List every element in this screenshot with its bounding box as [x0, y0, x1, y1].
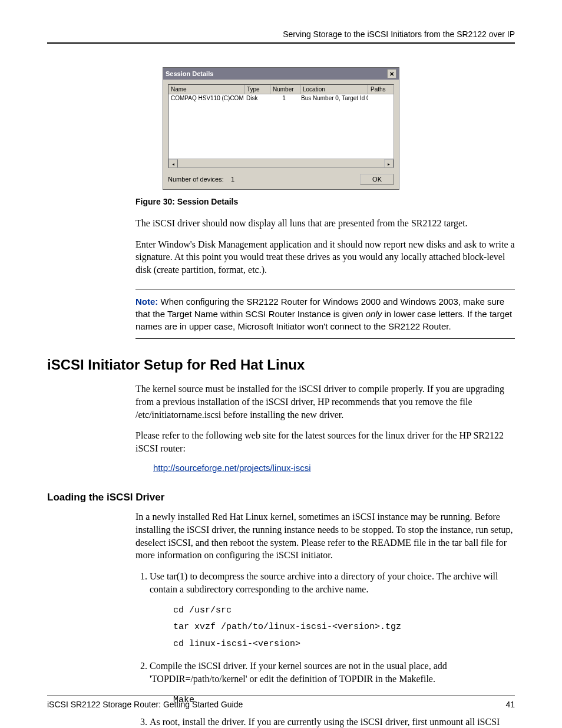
- body-paragraph: The kernel source must be installed for …: [135, 383, 515, 421]
- note-italic: only: [366, 309, 382, 319]
- body-paragraph: The iSCSI driver should now display all …: [135, 217, 515, 230]
- step-text: Use tar(1) to decompress the source arch…: [150, 571, 498, 594]
- note-box: Note: When configuring the SR2122 Router…: [135, 289, 515, 339]
- sourceforge-link[interactable]: http://sourceforge.net/projects/linux-is…: [153, 463, 311, 473]
- scroll-left-icon[interactable]: ◂: [168, 159, 178, 168]
- body-paragraph: In a newly installed Red Hat Linux kerne…: [135, 510, 515, 561]
- figure-caption: Figure 30: Session Details: [135, 197, 515, 206]
- page-footer: iSCSI SR2122 Storage Router: Getting Sta…: [47, 696, 515, 709]
- device-count-value: 1: [231, 176, 234, 183]
- cell-number: 1: [269, 94, 299, 102]
- heading-2: Loading the iSCSI Driver: [47, 492, 515, 503]
- col-number[interactable]: Number: [270, 85, 300, 94]
- table-row[interactable]: COMPAQ HSV110 (C)COMP... Disk 1 Bus Numb…: [168, 94, 394, 102]
- dialog-title: Session Details: [166, 70, 213, 77]
- body-paragraph: Enter Window's Disk Management applicati…: [135, 238, 515, 276]
- footer-title: iSCSI SR2122 Storage Router: Getting Sta…: [47, 700, 243, 709]
- cell-location: Bus Number 0, Target Id 0, LUN 1: [299, 94, 368, 102]
- page-number: 41: [505, 700, 515, 709]
- body-paragraph: Please refer to the following web site f…: [135, 429, 515, 454]
- cell-name: COMPAQ HSV110 (C)COMP...: [168, 94, 244, 102]
- cell-type: Disk: [244, 94, 269, 102]
- note-label: Note:: [135, 297, 158, 307]
- session-details-dialog: Session Details ✕ Name Type Number Locat…: [163, 67, 399, 190]
- col-type[interactable]: Type: [244, 85, 270, 94]
- ok-button[interactable]: OK: [360, 174, 394, 185]
- dialog-titlebar: Session Details ✕: [163, 68, 399, 80]
- step-item: As root, install the driver. If you are …: [150, 716, 515, 728]
- step-text: As root, install the driver. If you are …: [150, 717, 505, 728]
- device-listview[interactable]: Name Type Number Location Paths COMPAQ H…: [168, 84, 394, 168]
- col-location[interactable]: Location: [300, 85, 368, 94]
- step-item: Use tar(1) to decompress the source arch…: [150, 570, 515, 653]
- close-icon[interactable]: ✕: [387, 69, 396, 78]
- step-text: Compile the iSCSI driver. If your kernel…: [150, 661, 447, 684]
- running-header: Serving Storage to the iSCSI Initiators …: [47, 29, 515, 44]
- scrollbar[interactable]: ◂ ▸: [168, 159, 394, 167]
- running-title: Serving Storage to the iSCSI Initiators …: [283, 29, 515, 39]
- cell-paths: [368, 94, 394, 102]
- scroll-right-icon[interactable]: ▸: [384, 159, 394, 168]
- col-name[interactable]: Name: [168, 85, 244, 94]
- device-count-label: Number of devices:: [168, 176, 224, 183]
- code-block: cd /usr/src tar xvzf /path/to/linux-iscs…: [173, 602, 515, 653]
- heading-1: iSCSI Initiator Setup for Red Hat Linux: [47, 357, 515, 373]
- col-paths[interactable]: Paths: [368, 85, 394, 94]
- listview-header: Name Type Number Location Paths: [168, 85, 394, 94]
- device-count: Number of devices: 1: [168, 176, 234, 183]
